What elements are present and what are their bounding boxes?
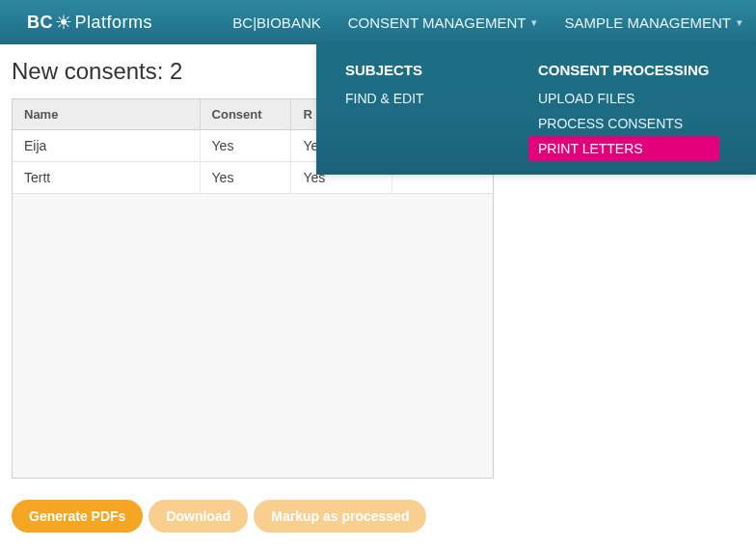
- mega-item-upload-files[interactable]: UPLOAD FILES: [538, 86, 710, 111]
- nav-sample-management[interactable]: SAMPLE MANAGEMENT ▾: [551, 0, 756, 44]
- nav-items: BC|BIOBANK CONSENT MANAGEMENT ▾ SAMPLE M…: [219, 0, 756, 44]
- top-nav: BC ☀ Platforms BC|BIOBANK CONSENT MANAGE…: [0, 0, 756, 44]
- nav-consent-management[interactable]: CONSENT MANAGEMENT ▾: [335, 0, 552, 44]
- logo-text-platforms: Platforms: [75, 13, 153, 33]
- cell-name: Tertt: [13, 162, 200, 194]
- col-header-consent[interactable]: Consent: [200, 99, 291, 130]
- generate-pdfs-button[interactable]: Generate PDFs: [12, 500, 143, 533]
- nav-label: CONSENT MANAGEMENT: [348, 14, 526, 31]
- cell-consent: Yes: [200, 130, 291, 162]
- cell-consent: Yes: [200, 162, 291, 194]
- chevron-down-icon: ▾: [531, 16, 537, 29]
- mega-heading-subjects: SUBJECTS: [345, 62, 480, 78]
- logo-text-bc: BC: [27, 13, 53, 33]
- chevron-down-icon: ▾: [737, 16, 742, 29]
- logo[interactable]: BC ☀ Platforms: [0, 13, 170, 33]
- mega-heading-consent-processing: CONSENT PROCESSING: [538, 62, 710, 78]
- cell-name: Eija: [13, 130, 200, 162]
- nav-label: SAMPLE MANAGEMENT: [564, 14, 731, 31]
- markup-processed-button[interactable]: Markup as processed: [254, 500, 426, 533]
- download-button[interactable]: Download: [148, 500, 248, 533]
- mega-item-find-edit[interactable]: FIND & EDIT: [345, 86, 480, 111]
- mega-item-process-consents[interactable]: PROCESS CONSENTS: [538, 111, 710, 136]
- logo-glyph-icon: ☀: [55, 13, 73, 32]
- mega-menu: SUBJECTS FIND & EDIT CONSENT PROCESSING …: [316, 44, 756, 175]
- mega-col-subjects: SUBJECTS FIND & EDIT: [316, 62, 509, 161]
- nav-label: BC|BIOBANK: [232, 14, 320, 31]
- col-header-name[interactable]: Name: [13, 99, 200, 130]
- action-buttons: Generate PDFs Download Markup as process…: [12, 500, 746, 533]
- mega-col-consent-processing: CONSENT PROCESSING UPLOAD FILES PROCESS …: [509, 62, 739, 161]
- mega-item-print-letters[interactable]: PRINT LETTERS: [528, 136, 719, 161]
- nav-biobank[interactable]: BC|BIOBANK: [219, 0, 334, 44]
